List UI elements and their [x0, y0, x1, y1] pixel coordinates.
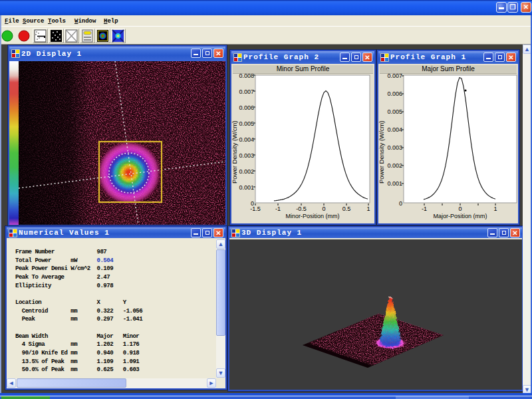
svg-text:0.005: 0.005 — [387, 108, 402, 115]
svg-text:-1.5: -1.5 — [250, 205, 261, 212]
svg-text:Minor-Position (mm): Minor-Position (mm) — [285, 213, 339, 219]
svg-text:0: 0 — [322, 205, 325, 212]
svg-text:0.005: 0.005 — [239, 120, 254, 127]
svg-text:-0.5: -0.5 — [296, 205, 307, 212]
svg-text:0.006: 0.006 — [239, 104, 254, 111]
svg-text:0.004: 0.004 — [387, 126, 402, 133]
svg-text:0.002: 0.002 — [387, 162, 402, 169]
svg-text:0: 0 — [458, 205, 462, 212]
svg-text:0: 0 — [399, 200, 402, 207]
svg-text:0.003: 0.003 — [239, 152, 254, 159]
svg-text:0.007: 0.007 — [239, 88, 254, 95]
svg-text:0.002: 0.002 — [239, 168, 254, 175]
svg-text:0.001: 0.001 — [239, 184, 254, 191]
svg-text:0.001: 0.001 — [387, 180, 402, 187]
svg-text:0.008: 0.008 — [239, 72, 254, 79]
svg-text:Major-Position (mm): Major-Position (mm) — [433, 213, 487, 219]
svg-text:1: 1 — [366, 205, 370, 212]
svg-text:Power Density (W/cm): Power Density (W/cm) — [378, 121, 385, 184]
svg-text:0.006: 0.006 — [387, 90, 402, 97]
svg-text:0.003: 0.003 — [387, 144, 402, 151]
svg-text:-1: -1 — [275, 205, 281, 212]
svg-text:-1: -1 — [422, 205, 427, 212]
svg-text:0.007: 0.007 — [387, 72, 402, 79]
svg-text:1: 1 — [493, 205, 497, 212]
svg-text:0.004: 0.004 — [239, 136, 254, 143]
svg-text:Power Density (W/cm): Power Density (W/cm) — [231, 121, 238, 184]
svg-text:0.5: 0.5 — [342, 205, 351, 212]
